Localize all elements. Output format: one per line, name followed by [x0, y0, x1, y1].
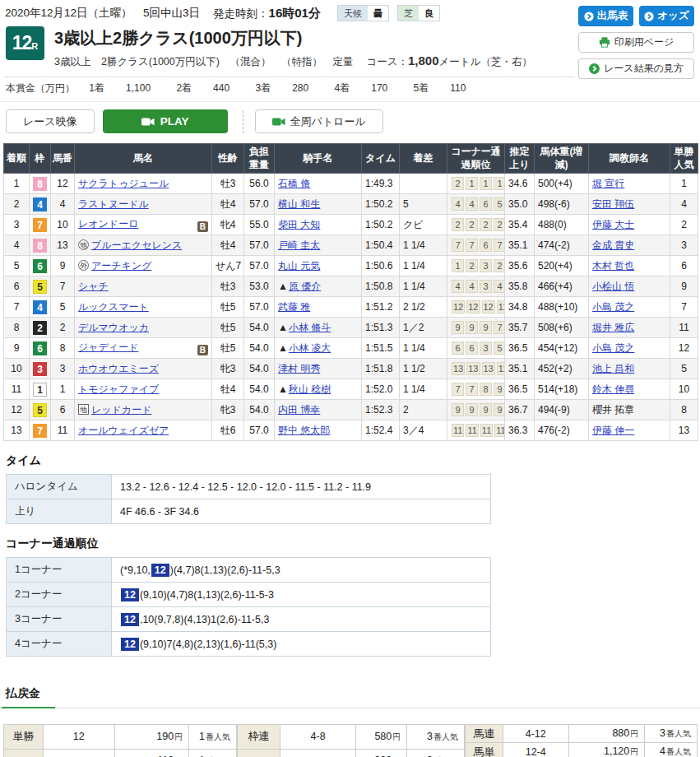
finish-position: 8	[4, 318, 30, 338]
trainer-link[interactable]: 鈴木 伸尋	[592, 383, 634, 395]
jockey-link[interactable]: 野中 悠太郎	[278, 425, 330, 436]
jockey-cell: ▲原 優介	[275, 276, 362, 297]
last-furlong-times: 4F 46.6 - 3F 34.6	[112, 499, 491, 524]
horse-link[interactable]: ラストヌードル	[78, 198, 149, 210]
print-page-button[interactable]: 印刷用ページ	[578, 32, 694, 53]
horse-link[interactable]: オールウェイズゼア	[78, 425, 169, 436]
trainer-link[interactable]: 池上 昌和	[592, 363, 634, 374]
weight-carried: 57.0	[244, 194, 275, 215]
blinker-badge: B	[197, 345, 208, 355]
corner-position: 9	[452, 321, 464, 334]
corner-position: 3	[480, 280, 492, 293]
horse-link[interactable]: ホウオウエミーズ	[78, 363, 159, 374]
horse-link[interactable]: デルマウオッカ	[78, 322, 149, 333]
horse-link[interactable]: レッドカード	[91, 404, 151, 416]
trainer-link[interactable]: 木村 哲也	[592, 260, 634, 272]
finish-time: 1:51.8	[362, 359, 400, 379]
jockey-link[interactable]: 津村 明秀	[278, 363, 320, 374]
trainer-cell: 堀 宣行	[589, 174, 670, 194]
payout-tables: 単勝12190円1番人気複勝12110円1番人気4150円4番人気10140円2…	[3, 724, 700, 757]
horse-name-cell: シャチ	[75, 276, 212, 297]
jockey-link[interactable]: 丸山 元気	[278, 260, 320, 272]
trainer-link[interactable]: 小桧山 悟	[592, 281, 634, 292]
jockey-link[interactable]: 横山 和生	[278, 198, 320, 210]
race-date: 2020年12月12日（土曜） 5回中山3日	[5, 6, 200, 21]
trainer-link[interactable]: 安田 翔伍	[592, 198, 634, 210]
jockey-link[interactable]: 石橋 脩	[278, 178, 310, 189]
jockey-link[interactable]: 戸崎 圭太	[278, 239, 320, 251]
margin: 1 1/4	[400, 338, 447, 359]
frame-cell: 7	[30, 215, 51, 235]
jockey-link[interactable]: 小林 脩斗	[289, 322, 331, 333]
horse-link[interactable]: ジャディード	[78, 341, 138, 353]
corner-position: 3	[480, 341, 492, 355]
trainer-link[interactable]: 堀 宣行	[592, 178, 624, 189]
row-label: 3コーナー	[7, 607, 112, 632]
frame-cell: 6	[30, 256, 51, 276]
apprentice-mark: ▲	[278, 281, 288, 292]
corner-position: 12	[482, 300, 495, 313]
horse-link[interactable]: サクラトゥジュール	[78, 178, 169, 189]
corner-position: 1	[494, 177, 505, 190]
frame-cell: 8	[30, 235, 51, 256]
trainer-link[interactable]: 金成 貴史	[592, 239, 634, 251]
patrol-video-button[interactable]: 全周パトロール	[255, 109, 383, 133]
table-row: 4813地ブルーエクセレンス牡457.0戸崎 圭太1:50.41 1/47767…	[4, 235, 698, 256]
arrow-circle-icon	[584, 12, 594, 21]
horse-link[interactable]: トモジャファイブ	[78, 383, 159, 395]
payout-table-exacta-trifecta: 馬連4-12880円3番人気馬単12-41,120円4番人気3連複4-10-12…	[465, 724, 698, 757]
payout-popularity: 3番人気	[407, 725, 465, 750]
corner-position: 5	[494, 341, 505, 355]
race-video-button[interactable]: レース映像	[6, 109, 95, 133]
trainer-link[interactable]: 小島 茂之	[592, 342, 634, 354]
corner-position: 13	[452, 362, 465, 375]
payout-amount: 110円	[114, 749, 189, 757]
payout-popularity: 3番人気	[645, 725, 698, 743]
last-3f-time: 35.7	[505, 318, 535, 338]
frame-badge: 5	[33, 280, 47, 294]
horse-link[interactable]: シャチ	[78, 281, 109, 292]
horse-number: 7	[51, 276, 75, 297]
play-button[interactable]: PLAY	[103, 109, 228, 133]
jockey-link[interactable]: 柴田 大知	[278, 219, 320, 230]
weight-carried: 57.0	[244, 420, 275, 441]
sex-age: 牡4	[212, 235, 244, 256]
corner-position: 2	[494, 218, 505, 231]
payout-amount: 580円	[356, 725, 407, 750]
entry-table-button[interactable]: 出馬表	[578, 6, 633, 26]
horse-link[interactable]: レオンドーロ	[78, 218, 138, 230]
payout-combination: 12	[43, 749, 114, 757]
results-guide-button[interactable]: レース結果の見方	[578, 58, 694, 79]
finish-position: 4	[4, 235, 30, 256]
frame-badge: 6	[33, 259, 47, 273]
trainer-link[interactable]: 堀井 雅広	[592, 322, 634, 333]
jockey-link[interactable]: 秋山 稔樹	[289, 383, 331, 395]
trainer-link[interactable]: 小島 茂之	[592, 301, 634, 313]
table-row: 657シャチ牡353.0▲原 優介1:50.81 1/4443435.8466(…	[4, 276, 698, 297]
horse-link[interactable]: ブルーエクセレンス	[91, 239, 182, 251]
horse-link[interactable]: アーチキング	[91, 260, 151, 272]
corner-position: 5	[494, 197, 505, 211]
finish-time: 1:49.3	[362, 174, 400, 194]
jockey-link[interactable]: 内田 博幸	[278, 404, 320, 416]
payout-section-title: 払戻金	[6, 686, 700, 701]
jockey-cell: ▲秋山 稔樹	[275, 379, 362, 400]
jockey-link[interactable]: 武藤 雅	[278, 301, 310, 313]
corner-order-cell: 7767	[447, 235, 505, 256]
horse-name-cell: 地レッドカード	[75, 400, 212, 420]
corner-order: (*9,10,12)(4,7)8(1,13)(2,6)-11-5,3	[112, 558, 491, 583]
jockey-link[interactable]: 原 優介	[289, 281, 321, 292]
corner-position: 7	[466, 239, 478, 252]
odds-button[interactable]: オッズ	[639, 6, 694, 26]
trainer-link[interactable]: 伊藤 伸一	[592, 425, 634, 436]
corner-position: 9	[494, 383, 505, 396]
weight-carried: 55.0	[244, 215, 275, 235]
table-row: 745ルックスマート牡557.0武藤 雅1:51.22 1/2121212123…	[4, 297, 698, 318]
body-weight: 474(-2)	[535, 235, 589, 256]
trainer-link[interactable]: 伊藤 大士	[592, 219, 634, 230]
horse-link[interactable]: ルックスマート	[78, 301, 149, 313]
frame-cell: 7	[30, 420, 51, 441]
jockey-link[interactable]: 小林 凌大	[289, 342, 331, 354]
last-3f-time: 36.5	[505, 379, 535, 400]
finish-time: 1:50.6	[362, 256, 400, 276]
